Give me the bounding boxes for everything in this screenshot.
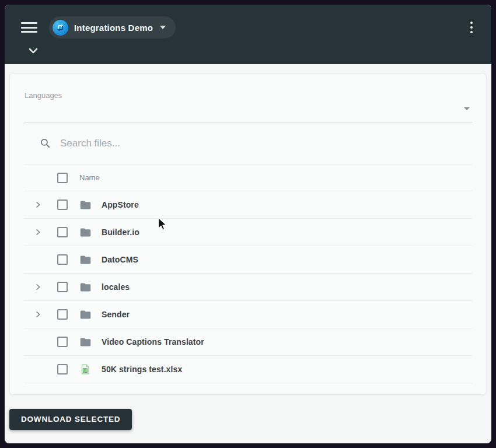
table-row[interactable]: DatoCMS [24,246,472,274]
row-name: AppStore [102,200,139,209]
languages-select[interactable]: Languages [24,74,472,123]
sync-arrows-logo-icon [53,20,68,36]
select-all-checkbox[interactable] [57,173,68,183]
row-name: locales [102,282,130,292]
search-input[interactable] [59,137,472,150]
expand-chevron-icon[interactable] [31,225,45,239]
screenshot-frame: Integrations Demo Languages [0,0,496,448]
row-name: 50K strings test.xlsx [102,365,182,374]
table-row[interactable]: AppStore [24,191,472,219]
hamburger-menu-icon[interactable] [21,22,37,33]
row-checkbox[interactable] [57,200,68,210]
table-header-row: Name [24,164,472,191]
row-name: Builder.io [102,228,139,237]
folder-icon [79,281,92,293]
file-table-body: AppStore Builder.io [10,191,486,383]
row-checkbox[interactable] [57,227,68,237]
folder-icon [79,199,92,211]
file-browser-card: Languages Name [9,73,487,395]
expand-chevron-icon[interactable] [31,307,45,321]
select-caret-icon[interactable] [464,107,470,110]
expand-chevron-icon[interactable] [31,198,45,212]
project-switcher-button[interactable]: Integrations Demo [49,16,176,38]
name-column-header: Name [79,173,100,182]
search-bar [24,123,472,164]
app-bar-second-row [28,47,491,54]
app-bar: Integrations Demo [5,5,491,64]
row-checkbox[interactable] [57,337,68,347]
folder-icon [79,254,92,266]
row-checkbox[interactable] [57,254,68,265]
folder-icon [79,309,92,321]
table-row[interactable]: Video Captions Translator [24,328,472,356]
row-checkbox[interactable] [57,364,68,374]
project-name-label: Integrations Demo [74,23,153,33]
table-row[interactable]: 50K strings test.xlsx [24,356,472,383]
table-row[interactable]: locales [24,274,472,301]
row-name: Video Captions Translator [102,337,204,346]
languages-label: Languages [25,91,62,100]
app-bar-row: Integrations Demo [21,16,474,38]
search-icon [40,138,51,149]
table-row[interactable]: Sender [24,301,472,328]
row-checkbox[interactable] [57,282,68,292]
caret-down-icon [160,26,166,29]
folder-icon [79,226,92,239]
expand-chevron-icon[interactable] [31,280,45,294]
folder-icon [79,336,92,348]
row-name: Sender [102,310,130,319]
row-name: DatoCMS [102,255,138,264]
app-window: Integrations Demo Languages [5,5,491,443]
more-vertical-icon[interactable] [469,20,474,34]
main-content: Languages Name [5,64,491,443]
chevron-down-icon[interactable] [28,47,39,54]
spreadsheet-icon [79,363,91,375]
table-row[interactable]: Builder.io [24,219,472,246]
download-selected-button[interactable]: DOWNLOAD SELECTED [9,409,132,430]
row-checkbox[interactable] [57,309,68,320]
